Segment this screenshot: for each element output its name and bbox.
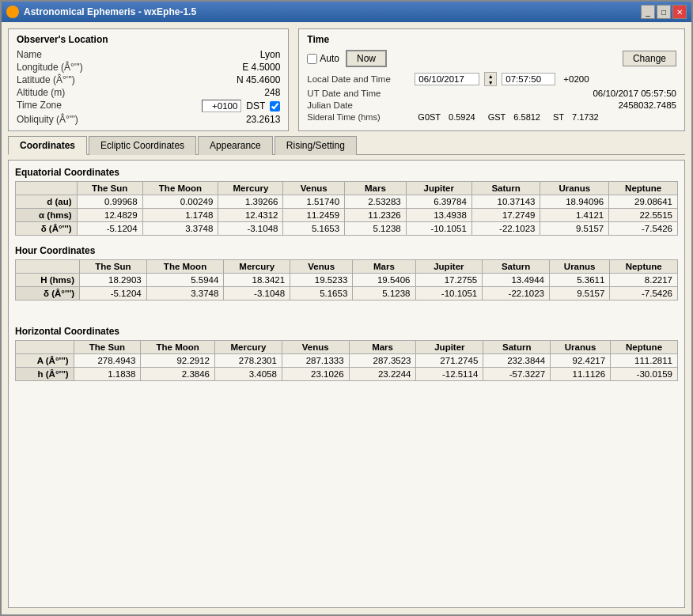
title-bar: Astronomical Ephemeris - wxEphe-1.5 _ □ … — [2, 2, 691, 22]
eq-row1-label: d (au) — [16, 195, 78, 209]
tab-coordinates[interactable]: Coordinates — [8, 136, 87, 155]
obs-lat-value: N 45.4600 — [237, 74, 280, 85]
hr-row2-label: δ (Â°''') — [16, 287, 80, 300]
observer-box: Observer's Location Name Lyon Longitude … — [8, 28, 289, 131]
eq-row3-uranus: 9.5157 — [540, 222, 609, 236]
hr-row2-uranus: 9.5157 — [549, 287, 609, 300]
coordinates-content: Equatorial Coordinates The Sun The Moon … — [8, 160, 685, 608]
eq-row2-moon: 1.1748 — [142, 209, 218, 222]
tab-rising-setting[interactable]: Rising/Setting — [275, 136, 357, 155]
hr-col-mercury: Mercury — [224, 260, 290, 274]
app-icon — [6, 6, 19, 18]
hz-row1-saturn: 232.3844 — [483, 354, 551, 368]
obs-alt-label: Altitude (m) — [17, 87, 65, 98]
table-row: h (Â°''') 1.1838 2.3846 3.4058 23.1026 2… — [16, 368, 678, 381]
date-spinner[interactable]: ▲ ▼ — [484, 72, 497, 86]
equatorial-section: Equatorial Coordinates The Sun The Moon … — [15, 167, 678, 236]
hz-row1-venus: 287.1333 — [282, 354, 349, 368]
eq-row2-sun: 12.4829 — [77, 209, 142, 222]
tab-appearance[interactable]: Appearance — [198, 136, 273, 155]
now-button[interactable]: Now — [346, 50, 387, 67]
tabs-bar: Coordinates Ecliptic Coordinates Appeara… — [8, 136, 685, 155]
hr-col-jupiter: Jupiter — [415, 260, 483, 274]
eq-row1-venus: 1.51740 — [283, 195, 345, 209]
hz-row2-neptune: -30.0159 — [611, 368, 678, 381]
obs-obl-value: 23.2613 — [246, 114, 280, 125]
equatorial-title: Equatorial Coordinates — [15, 167, 678, 178]
hr-row2-venus: 5.1653 — [290, 287, 353, 300]
obs-tz-row: Time Zone DST — [17, 99, 280, 113]
eq-col-moon: The Moon — [142, 182, 218, 195]
obs-alt-value: 248 — [264, 87, 280, 98]
julian-row: Julian Date 2458032.7485 — [307, 100, 676, 110]
eq-row1-neptune: 29.08641 — [609, 195, 678, 209]
hz-row2-uranus: 11.1126 — [551, 368, 611, 381]
date-up-btn[interactable]: ▲ — [485, 73, 496, 79]
timezone-input[interactable] — [202, 100, 241, 112]
hz-col-saturn: Saturn — [483, 341, 551, 354]
obs-lat-row: Latitude (Â°''') N 45.4600 — [17, 74, 280, 86]
table-row: H (hms) 18.2903 5.5944 18.3421 19.5233 1… — [16, 274, 678, 287]
obs-lon-label: Longitude (Â°''') — [17, 62, 83, 73]
hz-col-moon: The Moon — [141, 341, 215, 354]
eq-row3-moon: 3.3748 — [142, 222, 218, 236]
date-down-btn[interactable]: ▼ — [485, 79, 496, 85]
eq-col-uranus: Uranus — [540, 182, 609, 195]
eq-col-empty — [16, 182, 78, 195]
local-time-input[interactable] — [502, 73, 555, 85]
gost-value: 0.5924 — [449, 112, 475, 122]
hour-title: Hour Coordinates — [15, 245, 678, 256]
change-button[interactable]: Change — [623, 51, 676, 66]
hr-row1-moon: 5.5944 — [146, 274, 224, 287]
obs-alt-row: Altitude (m) 248 — [17, 86, 280, 99]
hz-col-empty — [16, 341, 74, 354]
hz-row1-neptune: 111.2811 — [611, 354, 678, 368]
eq-row2-saturn: 17.2749 — [471, 209, 540, 222]
title-bar-left: Astronomical Ephemeris - wxEphe-1.5 — [6, 6, 196, 18]
obs-obl-label: Obliquity (Â°''') — [17, 114, 78, 125]
tab-ecliptic[interactable]: Ecliptic Coordinates — [89, 136, 196, 155]
hr-row1-label: H (hms) — [16, 274, 80, 287]
dst-checkbox[interactable] — [270, 101, 280, 111]
hour-section: Hour Coordinates The Sun The Moon Mercur… — [15, 245, 678, 300]
hz-row2-mercury: 3.4058 — [215, 368, 282, 381]
gst-value: 6.5812 — [513, 112, 540, 122]
dst-label: DST — [246, 100, 265, 111]
horiz-header-row: The Sun The Moon Mercury Venus Mars Jupi… — [16, 341, 678, 354]
eq-row1-uranus: 18.94096 — [540, 195, 609, 209]
close-button[interactable]: ✕ — [672, 5, 687, 19]
eq-row3-jupiter: -10.1051 — [406, 222, 471, 236]
local-date-time-row: Local Date and Time ▲ ▼ +0200 — [307, 72, 676, 86]
eq-row3-mars: 5.1238 — [345, 222, 407, 236]
minimize-button[interactable]: _ — [641, 5, 655, 19]
equatorial-table: The Sun The Moon Mercury Venus Mars Jupi… — [15, 181, 678, 236]
obs-tz-label: Time Zone — [17, 100, 62, 112]
eq-row1-saturn: 10.37143 — [471, 195, 540, 209]
auto-checkbox[interactable] — [307, 54, 317, 64]
table-row: δ (Â°''') -5.1204 3.3748 -3.1048 5.1653 … — [16, 287, 678, 300]
hr-row2-sun: -5.1204 — [79, 287, 146, 300]
eq-row2-mercury: 12.4312 — [218, 209, 283, 222]
maximize-button[interactable]: □ — [657, 5, 671, 19]
hr-row1-saturn: 13.4944 — [483, 274, 550, 287]
horizontal-section: Horizontal Coordinates The Sun The Moon … — [15, 326, 678, 381]
time-controls: Auto Now Change — [307, 50, 676, 67]
eq-row3-venus: 5.1653 — [283, 222, 345, 236]
hz-col-jupiter: Jupiter — [416, 341, 483, 354]
eq-row3-label: δ (Â°''') — [16, 222, 78, 236]
hr-row2-saturn: -22.1023 — [483, 287, 550, 300]
main-window: Astronomical Ephemeris - wxEphe-1.5 _ □ … — [0, 0, 693, 616]
hz-row2-sun: 1.1838 — [74, 368, 141, 381]
hr-col-mars: Mars — [353, 260, 415, 274]
hz-row2-venus: 23.1026 — [282, 368, 349, 381]
hr-row1-venus: 19.5233 — [290, 274, 353, 287]
window-title: Astronomical Ephemeris - wxEphe-1.5 — [24, 6, 196, 17]
eq-row3-sun: -5.1204 — [77, 222, 142, 236]
eq-col-jupiter: Jupiter — [406, 182, 471, 195]
hr-col-neptune: Neptune — [610, 260, 678, 274]
local-date-input[interactable] — [415, 73, 479, 85]
auto-label[interactable]: Auto — [307, 53, 339, 64]
hr-row1-neptune: 8.2217 — [610, 274, 678, 287]
st-label: ST — [553, 112, 564, 122]
hz-row1-uranus: 92.4217 — [551, 354, 611, 368]
